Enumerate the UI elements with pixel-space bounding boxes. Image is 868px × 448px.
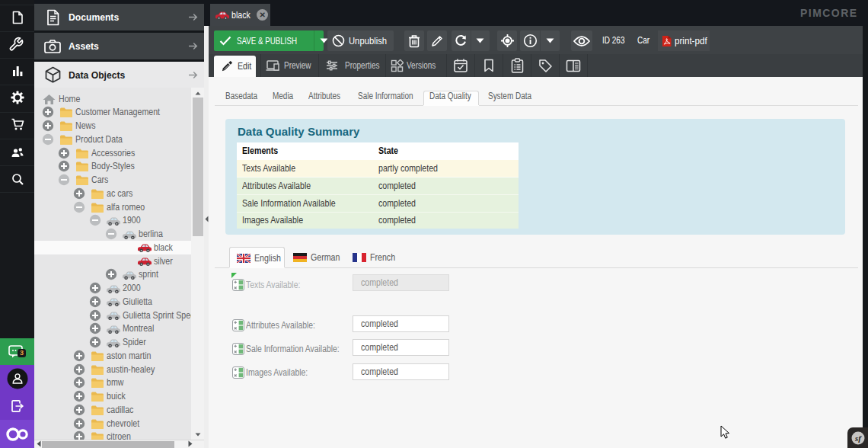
svg-text:3: 3 [19, 349, 23, 357]
svg-text:sf: sf [854, 434, 862, 443]
